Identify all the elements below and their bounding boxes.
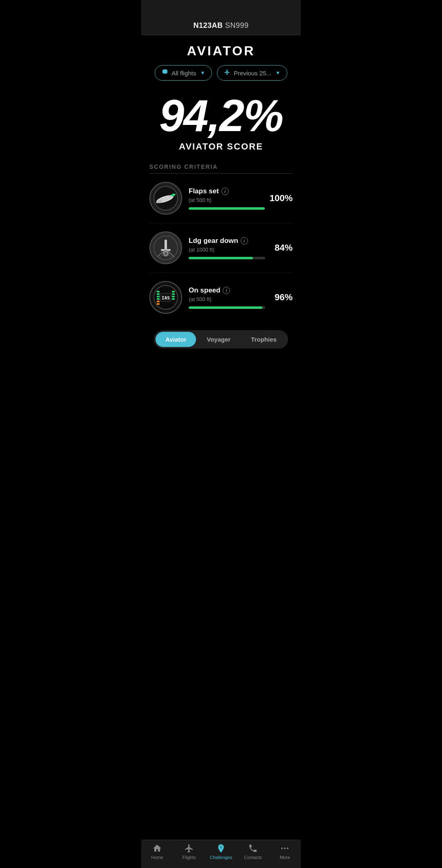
flights-filter-chevron: ▼ <box>200 70 205 76</box>
plane-icon <box>224 69 230 77</box>
ias-icon: IAS <box>150 282 181 313</box>
gear-progress-fill <box>189 257 253 259</box>
svg-point-26 <box>284 848 286 849</box>
svg-rect-17 <box>157 303 160 305</box>
flaps-percentage: 100% <box>270 193 293 204</box>
svg-rect-16 <box>157 301 160 302</box>
svg-rect-13 <box>157 293 160 295</box>
speed-progress-fill <box>189 306 262 309</box>
filter-row: All flights ▼ Previous 25... ▼ <box>141 65 301 89</box>
gear-percentage: 84% <box>270 242 293 253</box>
score-label: AVIATOR SCORE <box>141 138 301 162</box>
gear-icon-wrap <box>149 231 182 264</box>
svg-rect-20 <box>172 296 175 297</box>
svg-rect-18 <box>172 291 175 292</box>
svg-rect-15 <box>157 298 160 300</box>
serial-number: SN999 <box>225 21 249 29</box>
flaps-name-row: Flaps set i <box>189 187 265 195</box>
svg-rect-14 <box>157 296 160 297</box>
criteria-item-flaps: Flaps set i (at 500 ft) 100% <box>149 174 293 223</box>
gear-progress-bg <box>189 257 265 259</box>
bottom-nav: Home Flights Challenges Contacts More <box>141 840 301 868</box>
period-filter-label: Previous 25... <box>234 70 271 77</box>
speed-info: On speed i (at 500 ft) <box>189 286 265 309</box>
registration: N123AB <box>193 21 223 29</box>
speed-progress-bg <box>189 306 265 309</box>
svg-rect-7 <box>165 240 167 249</box>
criteria-header: SCORING CRITERIA <box>149 163 293 174</box>
nav-challenges-label: Challenges <box>210 855 232 860</box>
flaps-name: Flaps set <box>189 187 219 195</box>
nav-home[interactable]: Home <box>141 843 173 860</box>
svg-rect-21 <box>172 298 175 300</box>
main-content: AVIATOR All flights ▼ Previous 25... ▼ <box>141 35 301 840</box>
svg-point-27 <box>287 848 289 849</box>
criteria-item-gear: Ldg gear down i (at 1000 ft) 84% <box>149 223 293 273</box>
gear-name-row: Ldg gear down i <box>189 237 265 245</box>
period-filter-button[interactable]: Previous 25... ▼ <box>217 65 287 81</box>
flaps-info-icon[interactable]: i <box>221 188 229 195</box>
flights-filter-label: All flights <box>171 70 196 77</box>
tab-trophies[interactable]: Trophies <box>241 332 286 347</box>
score-value: 94,2% <box>141 93 301 138</box>
tab-selector: Aviator Voyager Trophies <box>141 322 301 355</box>
gear-sub: (at 1000 ft) <box>189 247 265 253</box>
criteria-item-speed: IAS On speed i (at 500 ft) 96% <box>149 273 293 322</box>
score-section: 94,2% AVIATOR SCORE <box>141 89 301 163</box>
nav-more[interactable]: More <box>269 843 301 860</box>
flaps-progress-fill <box>189 207 265 210</box>
nav-home-label: Home <box>151 855 163 860</box>
tab-aviator[interactable]: Aviator <box>156 332 196 347</box>
tab-voyager[interactable]: Voyager <box>197 332 240 347</box>
database-icon <box>162 69 168 77</box>
nav-contacts[interactable]: Contacts <box>237 843 269 860</box>
speed-sub: (at 500 ft) <box>189 296 265 302</box>
svg-rect-12 <box>157 291 160 292</box>
flaps-progress-bg <box>189 207 265 210</box>
flaps-info: Flaps set i (at 500 ft) <box>189 187 265 210</box>
speed-name: On speed <box>189 286 220 295</box>
header-title: N123AB SN999 <box>193 21 248 29</box>
gear-info: Ldg gear down i (at 1000 ft) <box>189 237 265 259</box>
criteria-section: SCORING CRITERIA <box>141 163 301 322</box>
flaps-sub: (at 500 ft) <box>189 197 265 203</box>
flaps-icon <box>150 183 181 214</box>
gear-info-icon[interactable]: i <box>241 237 248 245</box>
speed-percentage: 96% <box>270 292 293 303</box>
tab-pills: Aviator Voyager Trophies <box>154 330 288 349</box>
svg-text:IAS: IAS <box>162 295 170 301</box>
nav-contacts-label: Contacts <box>244 855 262 860</box>
speed-info-icon[interactable]: i <box>223 287 230 294</box>
svg-point-25 <box>281 848 283 849</box>
flaps-icon-wrap <box>149 182 182 215</box>
status-bar <box>141 0 301 18</box>
svg-point-24 <box>220 846 222 848</box>
nav-flights[interactable]: Flights <box>173 843 205 860</box>
svg-rect-19 <box>172 293 175 295</box>
gear-name: Ldg gear down <box>189 237 238 245</box>
nav-more-label: More <box>280 855 290 860</box>
header: N123AB SN999 <box>141 18 301 35</box>
speed-icon-wrap: IAS <box>149 281 182 314</box>
speed-name-row: On speed i <box>189 286 265 295</box>
aviator-title: AVIATOR <box>141 35 301 65</box>
nav-challenges[interactable]: Challenges <box>205 843 237 860</box>
flights-filter-button[interactable]: All flights ▼ <box>155 65 212 81</box>
nav-flights-label: Flights <box>183 855 196 860</box>
gear-icon <box>150 232 181 263</box>
period-filter-chevron: ▼ <box>275 70 280 76</box>
